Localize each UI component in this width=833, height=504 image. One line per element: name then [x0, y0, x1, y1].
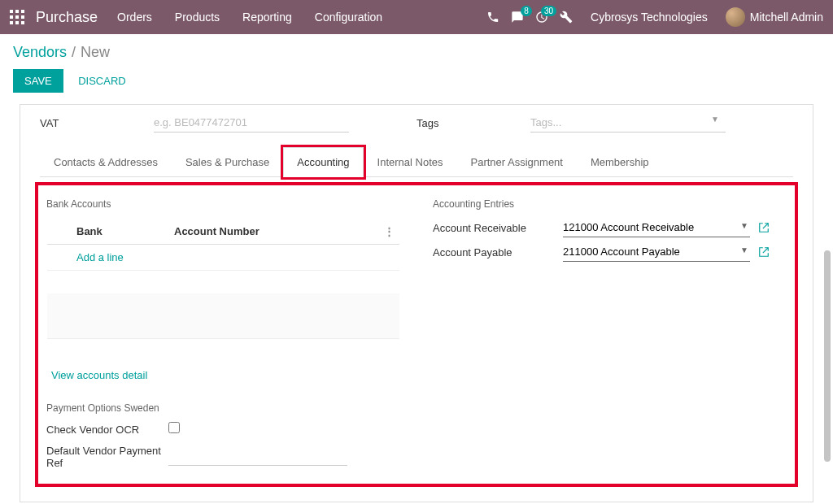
- breadcrumb-vendors[interactable]: Vendors: [13, 44, 67, 61]
- app-brand[interactable]: Purchase: [36, 9, 98, 26]
- breadcrumb-current: New: [81, 44, 110, 61]
- phone-icon[interactable]: [486, 11, 499, 24]
- user-menu[interactable]: Mitchell Admin: [726, 7, 823, 27]
- chevron-down-icon: ▼: [740, 245, 748, 254]
- apps-icon[interactable]: [10, 10, 24, 24]
- accounting-entries-title: Accounting Entries: [433, 198, 787, 210]
- activity-badge: 30: [541, 6, 556, 16]
- kebab-icon[interactable]: ⋮: [383, 225, 395, 237]
- activity-icon[interactable]: 30: [535, 11, 548, 24]
- external-link-icon[interactable]: [758, 222, 770, 233]
- bank-col-bank: Bank: [52, 225, 174, 237]
- payment-sweden-title: Payment Options Sweden: [46, 402, 400, 414]
- company-selector[interactable]: Cybrosys Technologies: [591, 11, 708, 24]
- svg-rect-4: [15, 15, 19, 19]
- external-link-icon[interactable]: [758, 246, 770, 258]
- vat-input[interactable]: [154, 113, 349, 133]
- svg-rect-6: [10, 21, 13, 24]
- svg-rect-0: [10, 10, 13, 13]
- view-accounts-detail-link[interactable]: View accounts detail: [51, 369, 400, 381]
- settings-icon[interactable]: [560, 11, 573, 24]
- scroll-thumb[interactable]: [824, 250, 831, 462]
- tab-panel-accounting: Bank Accounts Bank Account Number ⋮ Add …: [40, 177, 793, 482]
- chevron-down-icon: ▼: [740, 221, 748, 230]
- tab-contacts[interactable]: Contacts & Addresses: [40, 147, 172, 176]
- payable-label: Account Payable: [433, 246, 563, 259]
- svg-rect-1: [15, 10, 19, 13]
- user-name: Mitchell Admin: [750, 11, 823, 24]
- tab-accounting[interactable]: Accounting: [283, 147, 363, 177]
- menu-reporting[interactable]: Reporting: [242, 11, 292, 24]
- tabs: Contacts & Addresses Sales & Purchase Ac…: [40, 147, 793, 177]
- form-sheet: VAT Tags Tags... ▼ Contacts & Addresses …: [20, 104, 813, 502]
- svg-rect-8: [21, 21, 24, 24]
- svg-rect-2: [21, 10, 24, 13]
- discard-button[interactable]: DISCARD: [78, 75, 126, 87]
- topbar: Purchase Orders Products Reporting Confi…: [0, 0, 833, 34]
- add-line-button[interactable]: Add a line: [47, 245, 399, 271]
- tab-sales-purchase[interactable]: Sales & Purchase: [172, 147, 283, 176]
- bank-accounts-table: Bank Account Number ⋮ Add a line: [46, 218, 400, 340]
- payable-select[interactable]: 211000 Account Payable ▼: [563, 242, 750, 262]
- messages-icon[interactable]: 8: [511, 11, 524, 24]
- menu-configuration[interactable]: Configuration: [315, 11, 382, 24]
- tab-internal-notes[interactable]: Internal Notes: [364, 147, 457, 176]
- scrollbar[interactable]: [824, 104, 831, 494]
- breadcrumb-sep: /: [72, 44, 76, 61]
- ocr-checkbox[interactable]: [168, 422, 180, 433]
- breadcrumb: Vendors / New: [0, 34, 833, 64]
- action-bar: SAVE DISCARD: [0, 64, 833, 104]
- svg-rect-5: [21, 15, 24, 19]
- menu-orders[interactable]: Orders: [117, 11, 152, 24]
- receivable-label: Account Receivable: [433, 222, 563, 234]
- bank-empty-row: [47, 293, 399, 339]
- avatar: [726, 7, 745, 27]
- bank-col-number: Account Number: [174, 225, 383, 237]
- default-ref-input[interactable]: [168, 448, 347, 466]
- chevron-down-icon: ▼: [711, 115, 719, 124]
- tags-label: Tags: [416, 117, 530, 129]
- ocr-label: Check Vendor OCR: [46, 424, 168, 436]
- receivable-select[interactable]: 121000 Account Receivable ▼: [563, 218, 750, 237]
- tab-membership[interactable]: Membership: [577, 147, 663, 176]
- messages-badge: 8: [521, 6, 532, 16]
- save-button[interactable]: SAVE: [13, 69, 63, 93]
- svg-rect-3: [10, 15, 13, 19]
- bank-accounts-title: Bank Accounts: [46, 198, 400, 210]
- svg-rect-7: [15, 21, 19, 24]
- vat-label: VAT: [40, 117, 154, 129]
- tags-input[interactable]: Tags... ▼: [530, 113, 726, 133]
- menu-products[interactable]: Products: [175, 11, 220, 24]
- default-ref-label: Default Vendor Payment Ref: [46, 445, 168, 469]
- tab-partner-assignment[interactable]: Partner Assignment: [457, 147, 577, 176]
